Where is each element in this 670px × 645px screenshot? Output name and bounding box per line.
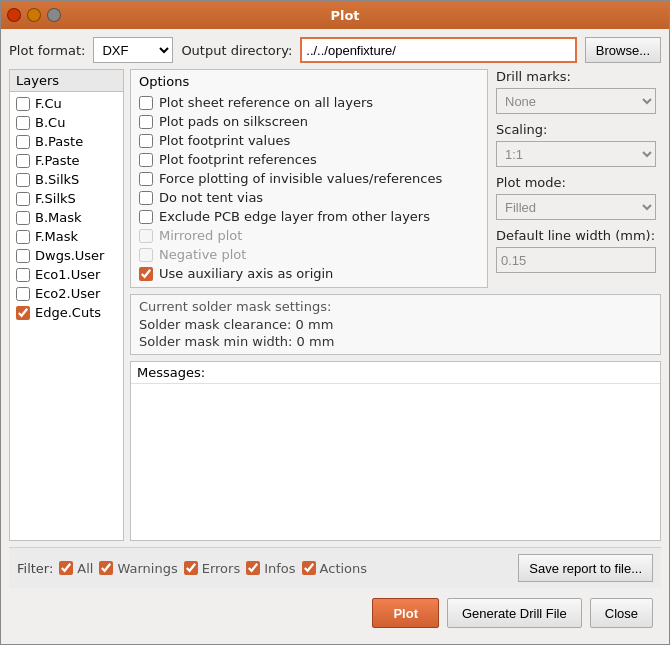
plot-button[interactable]: Plot <box>372 598 439 628</box>
layer-bmask-label: B.Mask <box>35 210 82 225</box>
filter-label: Filter: <box>17 561 53 576</box>
filter-infos-label: Infos <box>264 561 295 576</box>
filter-all: All <box>59 561 93 576</box>
option-row-forceinvisible: Force plotting of invisible values/refer… <box>139 169 479 188</box>
filter-infos-checkbox[interactable] <box>246 561 260 575</box>
solder-clearance-value: 0 mm <box>296 317 334 332</box>
format-label: Plot format: <box>9 43 85 58</box>
option-forceinvisible-label: Force plotting of invisible values/refer… <box>159 171 442 186</box>
layer-fsilks-label: F.SilkS <box>35 191 76 206</box>
filter-errors-checkbox[interactable] <box>184 561 198 575</box>
filter-warnings-checkbox[interactable] <box>99 561 113 575</box>
solder-title: Current solder mask settings: <box>139 299 652 314</box>
option-notentvias-label: Do not tent vias <box>159 190 263 205</box>
layer-edgecuts-checkbox[interactable] <box>16 306 30 320</box>
layer-eco2-label: Eco2.User <box>35 286 100 301</box>
linewidth-input[interactable] <box>496 247 656 273</box>
close-icon[interactable] <box>7 8 21 22</box>
option-notentvias-checkbox[interactable] <box>139 191 153 205</box>
messages-title: Messages: <box>131 362 660 384</box>
solder-minwidth-label: Solder mask min width: <box>139 334 292 349</box>
layer-bpaste-label: B.Paste <box>35 134 83 149</box>
filter-actions-label: Actions <box>320 561 368 576</box>
option-row-excludeedge: Exclude PCB edge layer from other layers <box>139 207 479 226</box>
filter-actions-checkbox[interactable] <box>302 561 316 575</box>
layer-item: Eco2.User <box>10 284 123 303</box>
layer-item: Dwgs.User <box>10 246 123 265</box>
layer-bpaste-checkbox[interactable] <box>16 135 30 149</box>
layer-bcu-checkbox[interactable] <box>16 116 30 130</box>
option-row-auxaxis: Use auxiliary axis as origin <box>139 264 479 283</box>
plotmode-label: Plot mode: <box>496 175 661 190</box>
layer-eco2-checkbox[interactable] <box>16 287 30 301</box>
generate-drill-button[interactable]: Generate Drill File <box>447 598 582 628</box>
option-row-plotpads: Plot pads on silkscreen <box>139 112 479 131</box>
layer-bsilks-checkbox[interactable] <box>16 173 30 187</box>
option-excludeedge-checkbox[interactable] <box>139 210 153 224</box>
solder-section: Current solder mask settings: Solder mas… <box>130 294 661 355</box>
filter-warnings-label: Warnings <box>117 561 177 576</box>
plotmode-select[interactable]: Filled Sketch <box>496 194 656 220</box>
layers-panel: Layers F.Cu B.Cu B.Paste <box>9 69 124 541</box>
layer-item: B.SilkS <box>10 170 123 189</box>
layer-edgecuts-label: Edge.Cuts <box>35 305 101 320</box>
options-panel: Options Plot sheet reference on all laye… <box>130 69 488 288</box>
layer-eco1-checkbox[interactable] <box>16 268 30 282</box>
option-plotfprefs-label: Plot footprint references <box>159 152 317 167</box>
scaling-label: Scaling: <box>496 122 661 137</box>
filter-warnings: Warnings <box>99 561 177 576</box>
layer-item: B.Paste <box>10 132 123 151</box>
option-negative-checkbox <box>139 248 153 262</box>
output-label: Output directory: <box>181 43 292 58</box>
layers-list: F.Cu B.Cu B.Paste F.Paste <box>10 92 123 540</box>
minimize-icon[interactable] <box>27 8 41 22</box>
option-auxaxis-checkbox[interactable] <box>139 267 153 281</box>
browse-button[interactable]: Browse... <box>585 37 661 63</box>
option-row-plotfprefs: Plot footprint references <box>139 150 479 169</box>
maximize-icon[interactable] <box>47 8 61 22</box>
filter-errors-label: Errors <box>202 561 240 576</box>
option-row-plotfpvalues: Plot footprint values <box>139 131 479 150</box>
drill-marks-select[interactable]: None Small Actual size <box>496 88 656 114</box>
save-report-button[interactable]: Save report to file... <box>518 554 653 582</box>
layer-bcu-label: B.Cu <box>35 115 65 130</box>
main-area: Layers F.Cu B.Cu B.Paste <box>9 69 661 541</box>
option-plotsheet-label: Plot sheet reference on all layers <box>159 95 373 110</box>
layer-bmask-checkbox[interactable] <box>16 211 30 225</box>
option-plotfpvalues-checkbox[interactable] <box>139 134 153 148</box>
scaling-select[interactable]: 1:1 1:2 2:1 <box>496 141 656 167</box>
options-area: Options Plot sheet reference on all laye… <box>130 69 661 288</box>
option-plotpads-checkbox[interactable] <box>139 115 153 129</box>
layer-fsilks-checkbox[interactable] <box>16 192 30 206</box>
linewidth-label: Default line width (mm): <box>496 228 661 243</box>
filter-errors: Errors <box>184 561 240 576</box>
close-button[interactable]: Close <box>590 598 653 628</box>
options-title: Options <box>139 74 479 89</box>
solder-clearance-label: Solder mask clearance: <box>139 317 291 332</box>
solder-clearance-row: Solder mask clearance: 0 mm <box>139 316 652 333</box>
filter-bar: Filter: All Warnings Errors Infos Action… <box>9 547 661 588</box>
option-mirrored-checkbox <box>139 229 153 243</box>
layer-item: B.Cu <box>10 113 123 132</box>
filter-actions: Actions <box>302 561 368 576</box>
option-row-notentvias: Do not tent vias <box>139 188 479 207</box>
option-excludeedge-label: Exclude PCB edge layer from other layers <box>159 209 430 224</box>
layer-item: F.SilkS <box>10 189 123 208</box>
layer-fcu-checkbox[interactable] <box>16 97 30 111</box>
layer-dwgs-checkbox[interactable] <box>16 249 30 263</box>
layer-item: Eco1.User <box>10 265 123 284</box>
action-buttons: Plot Generate Drill File Close <box>9 594 661 636</box>
output-directory-input[interactable] <box>300 37 577 63</box>
layer-fmask-checkbox[interactable] <box>16 230 30 244</box>
option-negative-label: Negative plot <box>159 247 246 262</box>
format-select[interactable]: DXF <box>93 37 173 63</box>
filter-all-checkbox[interactable] <box>59 561 73 575</box>
option-plotfprefs-checkbox[interactable] <box>139 153 153 167</box>
layer-fpaste-label: F.Paste <box>35 153 80 168</box>
layer-item: B.Mask <box>10 208 123 227</box>
layer-fpaste-checkbox[interactable] <box>16 154 30 168</box>
window-title: Plot <box>67 8 623 23</box>
option-forceinvisible-checkbox[interactable] <box>139 172 153 186</box>
filter-infos: Infos <box>246 561 295 576</box>
option-plotsheet-checkbox[interactable] <box>139 96 153 110</box>
